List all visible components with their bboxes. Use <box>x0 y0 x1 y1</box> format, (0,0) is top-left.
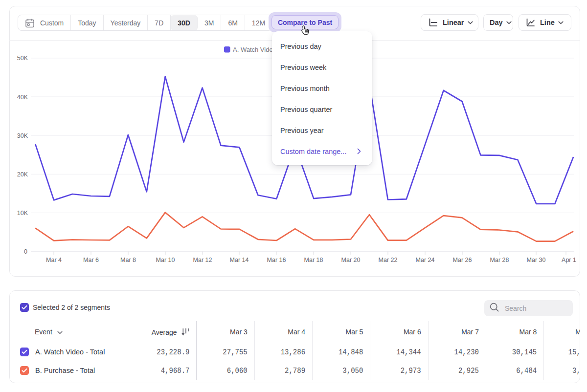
svg-text:Mar 26: Mar 26 <box>453 257 472 263</box>
svg-text:Mar 16: Mar 16 <box>267 257 286 263</box>
svg-text:Mar 14: Mar 14 <box>230 257 249 263</box>
svg-text:Mar 10: Mar 10 <box>156 257 175 263</box>
svg-text:Mar 20: Mar 20 <box>341 257 361 263</box>
svg-text:Mar 8: Mar 8 <box>120 257 136 263</box>
svg-text:Mar 30: Mar 30 <box>527 257 546 263</box>
svg-text:30K: 30K <box>17 132 28 139</box>
svg-text:Mar 22: Mar 22 <box>379 257 398 263</box>
svg-text:Mar 12: Mar 12 <box>193 257 212 263</box>
svg-text:Mar 6: Mar 6 <box>83 257 99 263</box>
svg-text:Mar 18: Mar 18 <box>304 257 323 263</box>
svg-text:50K: 50K <box>17 55 28 62</box>
svg-text:40K: 40K <box>17 94 28 101</box>
svg-text:20K: 20K <box>17 171 28 178</box>
svg-text:Mar 24: Mar 24 <box>416 257 435 263</box>
svg-text:Apr 1: Apr 1 <box>562 257 576 263</box>
svg-text:0: 0 <box>24 248 27 255</box>
svg-text:Mar 28: Mar 28 <box>490 257 509 263</box>
svg-text:Mar 4: Mar 4 <box>46 257 62 263</box>
svg-text:10K: 10K <box>17 210 28 217</box>
